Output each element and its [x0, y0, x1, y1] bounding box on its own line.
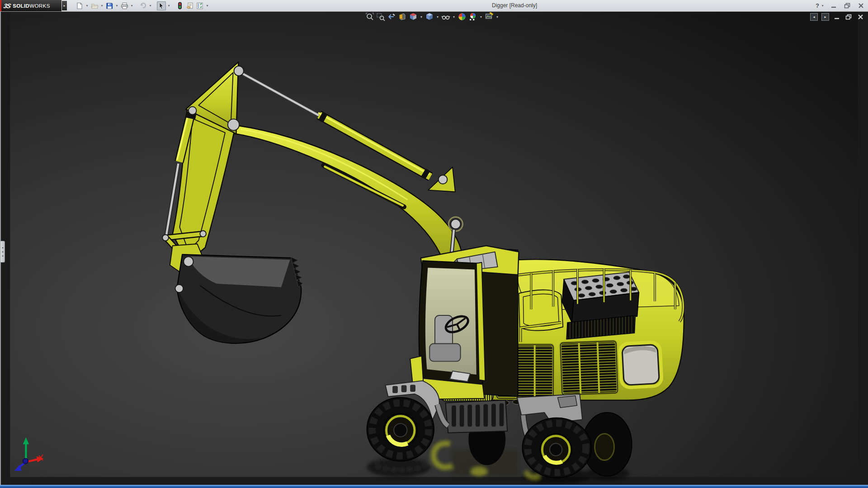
- view-settings-icon[interactable]: [485, 12, 494, 21]
- new-document-button[interactable]: [75, 1, 84, 10]
- new-dropdown-icon[interactable]: ▾: [85, 4, 89, 8]
- window-title: Digger [Read-only]: [492, 2, 537, 9]
- section-view-icon[interactable]: [398, 12, 407, 21]
- solidworks-window: ◂ ◂ ◂ *Dimetric ▾ ▾ ▾: [0, 0, 868, 488]
- select-tool-button[interactable]: [157, 1, 166, 10]
- model-scene: [0, 11, 868, 488]
- headsup-view-toolbar: ▾ ▾ ▾ ▾ ▾: [365, 12, 499, 21]
- zoom-fit-icon[interactable]: [365, 12, 374, 21]
- scene-ball-icon[interactable]: [468, 12, 477, 21]
- save-dropdown-icon[interactable]: ▾: [115, 4, 119, 8]
- collapse-arrow-icon: ◂: [2, 250, 3, 253]
- wheel-front-left[interactable]: [367, 398, 434, 461]
- engine-block[interactable]: [562, 272, 639, 339]
- title-bar: 3S SOLIDWORKS ▸ ▾ ▾ ▾ ▾ ▾ ▾: [0, 0, 868, 12]
- cab[interactable]: [410, 246, 519, 399]
- collapse-arrow-icon: ◂: [2, 246, 3, 249]
- eyeglasses-icon[interactable]: [441, 12, 450, 21]
- boxed-right-arrow-icon[interactable]: ▸: [821, 13, 829, 21]
- previous-view-icon[interactable]: [387, 12, 396, 21]
- rear-access-window[interactable]: [619, 342, 662, 388]
- menu-flyout-arrow-icon[interactable]: ▸: [62, 1, 67, 10]
- help-button[interactable]: ?: [816, 2, 819, 9]
- undo-button[interactable]: [138, 1, 147, 10]
- view-orientation-dropdown-icon[interactable]: ▾: [420, 15, 423, 19]
- collapse-arrow-icon: ◂: [2, 254, 3, 257]
- feature-manager-collapsed-tab[interactable]: ◂ ◂ ◂: [0, 241, 5, 263]
- options-dropdown-icon[interactable]: ▾: [205, 4, 209, 8]
- dassault-3ds-logo-mark: 3S: [3, 2, 11, 9]
- display-style-dropdown-icon[interactable]: ▾: [436, 15, 439, 19]
- apply-scene-dropdown-icon[interactable]: ▾: [479, 15, 483, 19]
- solidworks-wordmark: SOLIDWORKS: [13, 3, 50, 9]
- open-dropdown-icon[interactable]: ▾: [100, 4, 104, 8]
- print-button[interactable]: [120, 1, 129, 10]
- doc-minimize-button[interactable]: [833, 14, 841, 21]
- select-dropdown-icon[interactable]: ▾: [167, 4, 171, 8]
- solidworks-logo[interactable]: 3S SOLIDWORKS: [0, 0, 61, 11]
- appearance-ball-icon[interactable]: [458, 12, 467, 21]
- close-button[interactable]: [856, 2, 865, 10]
- boxed-left-arrow-icon[interactable]: ◂: [810, 13, 818, 21]
- print-dropdown-icon[interactable]: ▾: [130, 4, 134, 8]
- rebuild-traffic-light-button[interactable]: [175, 1, 184, 10]
- open-button[interactable]: [90, 1, 99, 10]
- zoom-area-icon[interactable]: [376, 12, 385, 21]
- minimize-button[interactable]: [829, 2, 838, 10]
- restore-button[interactable]: [843, 2, 852, 10]
- save-button[interactable]: [105, 1, 114, 10]
- wheel-front-right[interactable]: [522, 418, 591, 478]
- view-cube-icon[interactable]: [409, 12, 418, 21]
- undo-dropdown-icon[interactable]: ▾: [148, 4, 152, 8]
- display-style-cube-icon[interactable]: [425, 12, 434, 21]
- window-bottom-accent: [0, 485, 868, 488]
- doc-close-button[interactable]: [856, 14, 864, 21]
- options-button[interactable]: [195, 1, 204, 10]
- help-dropdown-icon[interactable]: ▾: [821, 4, 825, 8]
- window-controls: ? ▾: [816, 0, 865, 11]
- side-grille-right[interactable]: [560, 341, 618, 395]
- view-settings-dropdown-icon[interactable]: ▾: [495, 15, 499, 19]
- standard-toolbar: ▾ ▾ ▾ ▾ ▾ ▾: [75, 0, 209, 11]
- hide-show-dropdown-icon[interactable]: ▾: [452, 15, 456, 19]
- doc-restore-button[interactable]: [844, 14, 853, 21]
- file-properties-button[interactable]: [185, 1, 194, 10]
- graphics-viewport[interactable]: [0, 11, 868, 488]
- document-window-controls: ◂ ▸: [810, 13, 864, 21]
